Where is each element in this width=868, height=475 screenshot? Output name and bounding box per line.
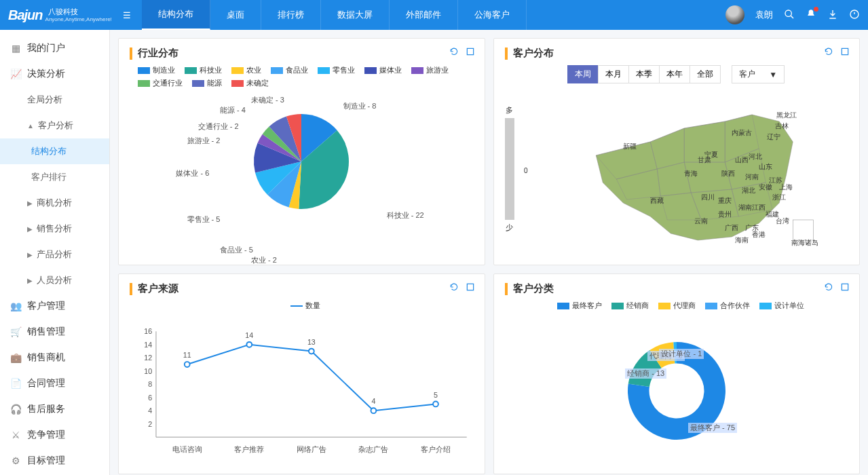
svg-text:湖南: 湖南: [738, 204, 752, 211]
svg-text:青海: 青海: [684, 170, 698, 177]
svg-rect-65: [842, 284, 848, 290]
maximize-icon[interactable]: [466, 282, 475, 292]
svg-point-0: [785, 10, 791, 16]
svg-text:台湾: 台湾: [776, 217, 789, 225]
sidebar-item-opportunity[interactable]: 💼销售商机: [0, 345, 109, 370]
svg-text:8: 8: [148, 380, 152, 388]
svg-text:11: 11: [183, 351, 191, 359]
refresh-icon[interactable]: [449, 282, 459, 292]
download-icon[interactable]: [827, 9, 838, 22]
tab-desktop[interactable]: 桌面: [210, 0, 261, 30]
target-icon: ⚙: [10, 455, 22, 467]
sidebar-item-staff-analysis[interactable]: ▶人员分析: [0, 267, 109, 293]
tab-ranking[interactable]: 排行榜: [261, 0, 321, 30]
svg-text:客户介绍: 客户介绍: [421, 445, 451, 453]
industry-legend: 制造业科技业农业食品业零售业媒体业旅游业交通行业能源未确定: [138, 65, 474, 88]
tab-dashboard[interactable]: 数据大屏: [321, 0, 390, 30]
maximize-icon[interactable]: [840, 282, 850, 292]
time-filters: 本周 本月 本季 本年 全部 客户▼: [505, 65, 849, 83]
tab-mail[interactable]: 外部邮件: [390, 0, 458, 30]
svg-text:广西: 广西: [725, 224, 738, 231]
header-right: 袁朗: [725, 5, 860, 24]
sidebar-item-customer-rank[interactable]: 客户排行: [0, 164, 109, 190]
industry-pie: 制造业 - 8科技业 - 22农业 - 2食品业 - 5零售业 - 5媒体业 -…: [130, 94, 474, 256]
sidebar-item-opp-analysis[interactable]: ▶商机分析: [0, 190, 109, 216]
maximize-icon[interactable]: [840, 47, 850, 56]
region-type-dropdown[interactable]: 客户▼: [732, 65, 785, 83]
username[interactable]: 袁朗: [755, 9, 773, 21]
svg-text:电话咨询: 电话咨询: [172, 445, 202, 453]
svg-text:宁夏: 宁夏: [704, 151, 718, 158]
svg-point-63: [371, 408, 377, 413]
time-filter-quarter[interactable]: 本季: [628, 65, 660, 83]
time-filter-year[interactable]: 本年: [659, 65, 690, 83]
sidebar-item-sales-mgmt[interactable]: 🛒销售管理: [0, 319, 109, 345]
sidebar-item-customer-mgmt[interactable]: 👥客户管理: [0, 293, 109, 319]
card-category: 客户分类 最终客户经销商代理商合作伙伴设计单位 最终客户 - 75经销商 - 1…: [493, 273, 861, 474]
compete-icon: ⚔: [10, 429, 22, 441]
header: Bajun 八骏科技 Anyone,Anytime,Anywhere! ☰ 结构…: [0, 0, 868, 30]
svg-text:安徽: 安徽: [759, 183, 772, 191]
svg-text:黑龙江: 黑龙江: [776, 111, 797, 119]
svg-text:客户推荐: 客户推荐: [234, 445, 264, 453]
logo: Bajun: [8, 7, 43, 23]
sidebar-item-customer-analysis[interactable]: ▲客户分析: [0, 113, 109, 138]
contract-icon: 📄: [10, 377, 22, 390]
svg-text:14: 14: [144, 341, 152, 349]
time-filter-week[interactable]: 本周: [567, 65, 599, 83]
svg-point-62: [309, 349, 314, 354]
svg-text:10: 10: [144, 367, 152, 375]
svg-rect-5: [842, 48, 848, 54]
tab-structure[interactable]: 结构分布: [142, 0, 210, 30]
svg-text:杂志广告: 杂志广告: [358, 445, 388, 453]
svg-text:山西: 山西: [735, 156, 749, 164]
sidebar-item-sales-analysis[interactable]: ▶销售分析: [0, 216, 109, 242]
svg-text:16: 16: [144, 327, 152, 335]
time-filter-all[interactable]: 全部: [690, 65, 721, 83]
sidebar: ▦我的门户 📈决策分析 全局分析 ▲客户分析 结构分布 客户排行 ▶商机分析 ▶…: [0, 30, 110, 475]
svg-text:4: 4: [371, 397, 375, 405]
china-map[interactable]: 黑龙江吉林辽宁内蒙古新疆甘肃青海宁夏陕西山西河北山东河南西藏四川重庆湖北安徽江苏…: [520, 88, 849, 250]
sidebar-item-global[interactable]: 全局分析: [0, 87, 109, 113]
svg-text:吉林: 吉林: [775, 122, 789, 130]
sidebar-item-compete[interactable]: ⚔竞争管理: [0, 422, 109, 448]
sidebar-item-service[interactable]: 🎧售后服务: [0, 396, 109, 422]
svg-text:2: 2: [148, 420, 152, 428]
svg-text:河北: 河北: [749, 153, 762, 160]
sidebar-item-contract[interactable]: 📄合同管理: [0, 370, 109, 396]
search-icon[interactable]: [784, 9, 795, 22]
refresh-icon[interactable]: [449, 47, 459, 56]
menu-toggle-icon[interactable]: ☰: [123, 10, 131, 20]
sidebar-item-analysis[interactable]: 📈决策分析: [0, 61, 109, 87]
svg-text:江西: 江西: [752, 204, 766, 211]
svg-text:6: 6: [148, 394, 152, 402]
scale-slider[interactable]: 0: [505, 118, 514, 220]
analysis-icon: 📈: [10, 68, 22, 80]
logout-icon[interactable]: [849, 9, 860, 22]
svg-text:贵州: 贵州: [718, 210, 732, 218]
notification-icon[interactable]: [806, 9, 816, 22]
time-filter-month[interactable]: 本月: [598, 65, 629, 83]
svg-text:13: 13: [307, 338, 316, 346]
chevron-down-icon: ▲: [27, 122, 34, 130]
maximize-icon[interactable]: [466, 47, 475, 56]
refresh-icon[interactable]: [824, 47, 833, 56]
notification-badge: [814, 7, 818, 12]
sidebar-item-structure[interactable]: 结构分布: [0, 138, 109, 164]
top-tabs: 结构分布 桌面 排行榜 数据大屏 外部邮件 公海客户: [142, 0, 527, 30]
svg-point-60: [185, 362, 190, 367]
avatar[interactable]: [725, 5, 744, 24]
customer-icon: 👥: [10, 300, 22, 312]
card-title: 客户分布: [513, 47, 554, 60]
sidebar-item-target[interactable]: ⚙目标管理: [0, 448, 109, 474]
sidebar-item-portal[interactable]: ▦我的门户: [0, 35, 109, 61]
svg-text:14: 14: [245, 331, 253, 339]
source-line-chart: 246810121416电话咨询11客户推荐14网络广告13杂志广告4客户介绍5: [130, 316, 474, 466]
sidebar-item-product-analysis[interactable]: ▶产品分析: [0, 242, 109, 267]
svg-text:西藏: 西藏: [650, 197, 664, 204]
svg-text:香港: 香港: [752, 231, 766, 238]
svg-text:海南: 海南: [735, 236, 749, 244]
svg-line-1: [791, 16, 793, 18]
refresh-icon[interactable]: [824, 282, 833, 292]
tab-public-customer[interactable]: 公海客户: [458, 0, 527, 30]
